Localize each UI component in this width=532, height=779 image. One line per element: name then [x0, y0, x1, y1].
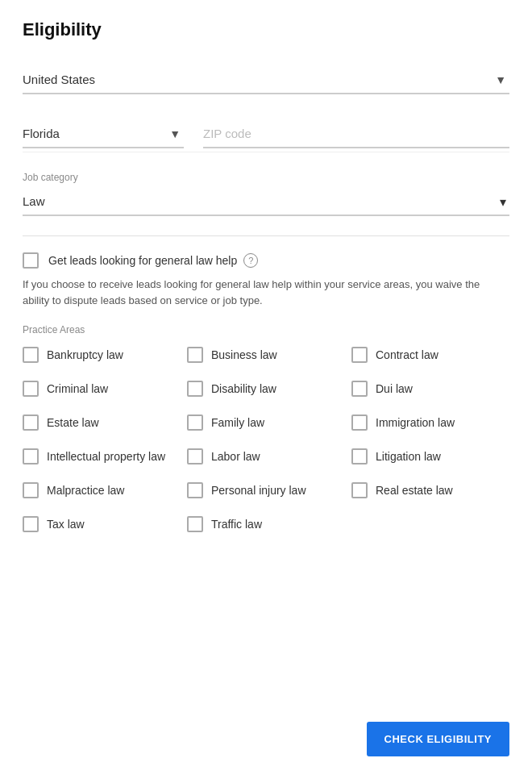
label-estate: Estate law [47, 416, 99, 429]
checkbox-estate[interactable] [23, 414, 39, 431]
label-tax: Tax law [47, 518, 85, 531]
job-category-section: Job category Law ▾ [23, 172, 509, 216]
check-eligibility-button[interactable]: CHECK ELIGIBILITY [367, 722, 509, 756]
checkbox-bankruptcy[interactable] [23, 347, 39, 363]
job-category-label: Job category [23, 172, 509, 183]
checkbox-disability[interactable] [187, 381, 203, 397]
divider-1 [23, 235, 509, 236]
general-law-info-icon[interactable]: ? [243, 253, 258, 268]
general-law-description: If you choose to receive leads looking f… [23, 277, 509, 308]
practice-item-bankruptcy: Bankruptcy law [23, 347, 181, 363]
country-select-wrapper: United States ▼ [23, 66, 509, 94]
label-contract: Contract law [376, 348, 438, 361]
job-category-wrapper: Law ▾ [23, 188, 509, 216]
checkbox-tax[interactable] [23, 516, 39, 532]
checkbox-intellectual[interactable] [23, 448, 39, 464]
checkbox-litigation[interactable] [351, 448, 368, 464]
practice-item-dui: Dui law [351, 381, 509, 397]
label-criminal: Criminal law [47, 382, 108, 395]
zip-input[interactable] [203, 120, 509, 147]
practice-item-personal-injury: Personal injury law [187, 482, 345, 498]
label-malpractice: Malpractice law [47, 484, 124, 497]
label-immigration: Immigration law [376, 416, 455, 429]
practice-item-litigation: Litigation law [351, 448, 509, 464]
practice-item-tax: Tax law [23, 516, 181, 532]
practice-areas-label: Practice Areas [23, 324, 509, 335]
practice-item-intellectual: Intellectual property law [23, 448, 181, 464]
practice-item-immigration: Immigration law [351, 414, 509, 431]
label-intellectual: Intellectual property law [47, 450, 165, 463]
label-disability: Disability law [211, 382, 276, 395]
checkbox-immigration[interactable] [351, 414, 368, 431]
state-select[interactable]: Florida [23, 120, 184, 147]
label-dui: Dui law [376, 382, 413, 395]
zip-wrapper [203, 120, 509, 148]
practice-areas-grid: Bankruptcy lawBusiness lawContract lawCr… [23, 347, 509, 532]
checkbox-real-estate[interactable] [351, 482, 368, 498]
job-category-select[interactable]: Law [23, 188, 509, 215]
checkbox-family[interactable] [187, 414, 203, 431]
practice-item-malpractice: Malpractice law [23, 482, 181, 498]
practice-item-labor: Labor law [187, 448, 345, 464]
label-personal-injury: Personal injury law [211, 484, 306, 497]
country-select[interactable]: United States [23, 66, 509, 93]
checkbox-business[interactable] [187, 347, 203, 363]
practice-item-estate: Estate law [23, 414, 181, 431]
practice-item-business: Business law [187, 347, 345, 363]
practice-item-real-estate: Real estate law [351, 482, 509, 498]
practice-item-criminal: Criminal law [23, 381, 181, 397]
label-real-estate: Real estate law [376, 484, 453, 497]
label-business: Business law [211, 348, 277, 361]
label-litigation: Litigation law [376, 450, 441, 463]
checkbox-criminal[interactable] [23, 381, 39, 397]
checkbox-labor[interactable] [187, 448, 203, 464]
checkbox-dui[interactable] [351, 381, 368, 397]
general-law-label: Get leads looking for general law help ? [48, 253, 258, 268]
label-labor: Labor law [211, 450, 260, 463]
checkbox-personal-injury[interactable] [187, 482, 203, 498]
general-law-section: Get leads looking for general law help ?… [23, 252, 509, 308]
page-title: Eligibility [23, 19, 509, 40]
state-zip-row: Florida ▼ [23, 120, 509, 152]
label-bankruptcy: Bankruptcy law [47, 348, 123, 361]
general-law-row: Get leads looking for general law help ? [23, 252, 509, 269]
practice-item-traffic: Traffic law [187, 516, 345, 532]
label-family: Family law [211, 416, 264, 429]
state-select-wrapper: Florida ▼ [23, 120, 184, 148]
label-traffic: Traffic law [211, 518, 262, 531]
checkbox-traffic[interactable] [187, 516, 203, 532]
checkbox-contract[interactable] [351, 347, 368, 363]
checkbox-malpractice[interactable] [23, 482, 39, 498]
practice-item-disability: Disability law [187, 381, 345, 397]
practice-item-family: Family law [187, 414, 345, 431]
practice-item-contract: Contract law [351, 347, 509, 363]
general-law-checkbox[interactable] [23, 252, 39, 269]
